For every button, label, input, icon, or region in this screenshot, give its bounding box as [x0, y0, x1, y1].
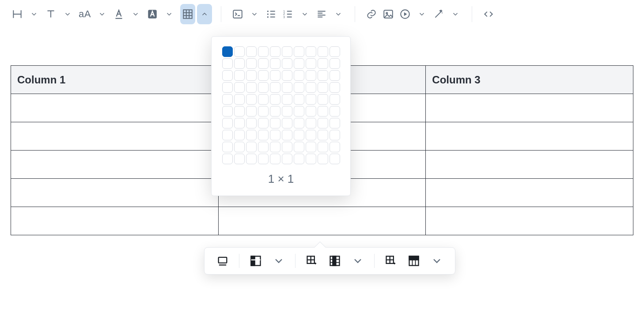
size-cell[interactable] — [330, 46, 340, 57]
size-cell[interactable] — [282, 154, 292, 164]
size-cell[interactable] — [234, 106, 245, 117]
size-cell[interactable] — [318, 142, 328, 152]
ai-dropdown[interactable] — [448, 4, 463, 24]
size-cell[interactable] — [282, 130, 292, 140]
size-cell[interactable] — [270, 82, 280, 93]
media-dropdown[interactable] — [414, 4, 429, 24]
size-cell[interactable] — [270, 106, 280, 117]
size-cell[interactable] — [234, 46, 245, 57]
size-cell[interactable] — [246, 82, 257, 93]
size-cell[interactable] — [294, 106, 304, 117]
size-cell[interactable] — [246, 58, 257, 69]
size-cell[interactable] — [294, 130, 304, 140]
insert-dropdown[interactable] — [351, 254, 364, 268]
size-cell[interactable] — [246, 46, 257, 57]
size-cell[interactable] — [270, 154, 280, 164]
size-cell[interactable] — [318, 58, 328, 69]
insert-column-button[interactable] — [305, 254, 318, 268]
size-cell[interactable] — [270, 118, 280, 128]
size-cell[interactable] — [258, 82, 269, 93]
case-button[interactable]: aA — [77, 4, 93, 24]
size-cell[interactable] — [294, 46, 304, 57]
size-cell[interactable] — [222, 58, 233, 69]
size-cell[interactable] — [270, 46, 280, 57]
size-cell[interactable] — [306, 58, 316, 69]
size-cell[interactable] — [282, 118, 292, 128]
table-column-dropdown[interactable] — [272, 254, 285, 268]
size-cell[interactable] — [234, 118, 245, 128]
size-cell[interactable] — [282, 94, 292, 105]
size-cell[interactable] — [330, 58, 340, 69]
table-column-button[interactable] — [249, 254, 262, 268]
table-cell[interactable] — [426, 207, 633, 235]
size-cell[interactable] — [234, 94, 245, 105]
split-cells-button[interactable] — [407, 254, 420, 268]
size-cell[interactable] — [318, 106, 328, 117]
size-cell[interactable] — [318, 130, 328, 140]
size-cell[interactable] — [234, 130, 245, 140]
size-cell[interactable] — [258, 94, 269, 105]
image-button[interactable] — [381, 4, 396, 24]
size-cell[interactable] — [270, 70, 280, 81]
size-cell[interactable] — [282, 58, 292, 69]
size-cell[interactable] — [246, 106, 257, 117]
cells-dropdown[interactable] — [430, 254, 443, 268]
size-cell[interactable] — [222, 106, 233, 117]
highlight-dropdown[interactable] — [162, 4, 177, 24]
text-color-dropdown[interactable] — [128, 4, 143, 24]
table-caption-button[interactable] — [216, 254, 229, 268]
size-cell[interactable] — [270, 58, 280, 69]
size-cell[interactable] — [330, 142, 340, 152]
table-cell[interactable] — [11, 122, 219, 151]
size-cell[interactable] — [294, 58, 304, 69]
text-button[interactable] — [43, 4, 58, 24]
size-cell[interactable] — [318, 154, 328, 164]
size-cell[interactable] — [282, 82, 292, 93]
table-button[interactable] — [180, 4, 195, 24]
size-cell[interactable] — [234, 58, 245, 69]
numbered-list-button[interactable]: 123 — [280, 4, 295, 24]
size-cell[interactable] — [258, 130, 269, 140]
size-cell[interactable] — [234, 154, 245, 164]
case-dropdown[interactable] — [95, 4, 110, 24]
table-cell[interactable] — [11, 94, 219, 122]
size-cell[interactable] — [258, 118, 269, 128]
size-cell[interactable] — [294, 154, 304, 164]
size-cell[interactable] — [270, 130, 280, 140]
size-cell[interactable] — [258, 58, 269, 69]
size-cell[interactable] — [222, 82, 233, 93]
table-cell[interactable] — [426, 122, 633, 151]
list-dropdown[interactable] — [297, 4, 312, 24]
size-cell[interactable] — [258, 142, 269, 152]
size-cell[interactable] — [330, 82, 340, 93]
size-cell[interactable] — [306, 118, 316, 128]
size-cell[interactable] — [282, 46, 292, 57]
column-header[interactable]: Column 1 — [11, 66, 219, 94]
size-cell[interactable] — [330, 94, 340, 105]
size-cell[interactable] — [258, 70, 269, 81]
size-cell[interactable] — [222, 130, 233, 140]
ai-button[interactable] — [431, 4, 446, 24]
text-color-button[interactable] — [111, 4, 126, 24]
size-cell[interactable] — [222, 118, 233, 128]
table-row[interactable] — [11, 207, 633, 235]
size-cell[interactable] — [258, 46, 269, 57]
size-cell[interactable] — [330, 106, 340, 117]
size-cell[interactable] — [246, 70, 257, 81]
heading-dropdown[interactable] — [27, 4, 42, 24]
table-dropdown[interactable] — [197, 4, 212, 24]
merge-cells-button[interactable] — [384, 254, 398, 268]
size-cell[interactable] — [234, 82, 245, 93]
size-cell[interactable] — [318, 46, 328, 57]
highlight-button[interactable] — [145, 4, 160, 24]
size-cell[interactable] — [318, 70, 328, 81]
size-cell[interactable] — [294, 82, 304, 93]
size-cell[interactable] — [306, 130, 316, 140]
size-cell[interactable] — [306, 82, 316, 93]
size-cell[interactable] — [234, 142, 245, 152]
size-cell[interactable] — [270, 94, 280, 105]
table-cell[interactable] — [218, 207, 426, 235]
size-cell[interactable] — [306, 94, 316, 105]
size-cell[interactable] — [282, 70, 292, 81]
size-cell[interactable] — [294, 70, 304, 81]
